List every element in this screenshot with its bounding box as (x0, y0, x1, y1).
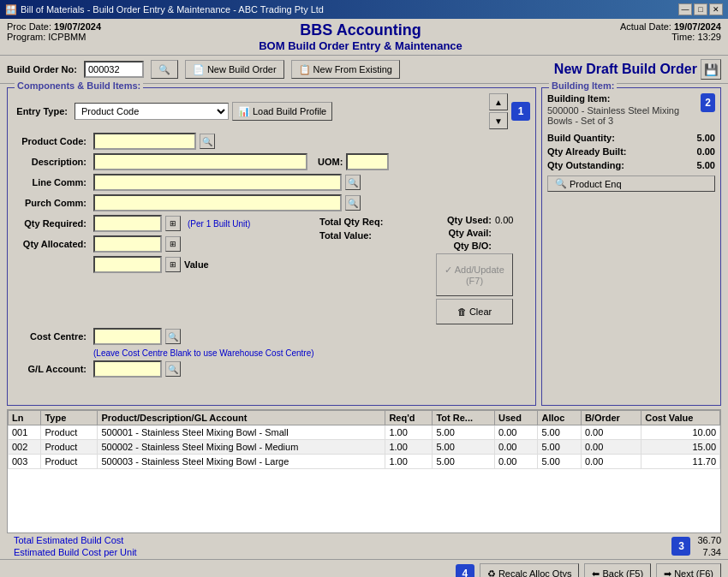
search-icon: 🔍 (348, 178, 358, 187)
up-down-controls[interactable]: ▲ ▼ (489, 93, 508, 129)
draft-title-text: New Draft Build Order (554, 62, 697, 77)
checkmark-icon: ✓ (445, 265, 452, 275)
save-btn[interactable]: 💾 (701, 59, 721, 80)
cell-costvalue: 11.70 (641, 455, 720, 469)
maximize-btn[interactable]: □ (694, 3, 707, 15)
purch-comm-input[interactable] (93, 194, 342, 211)
table-row[interactable]: 001 Product 500001 - Stainless Steel Mix… (9, 425, 720, 440)
next-icon: ➡ (664, 568, 671, 578)
qty-used-label: Qty Used: (436, 215, 492, 225)
table-area: Ln Type Product/Description/GL Account R… (7, 409, 721, 533)
total-value-label: Total Value: (319, 230, 372, 241)
purch-comm-row: Purch Comm: 🔍 (13, 194, 530, 211)
cost-centre-row: Cost Centre: 🔍 (13, 328, 530, 345)
search-icon: 🔍 (168, 332, 178, 342)
cost-centre-label: Cost Centre: (13, 331, 90, 342)
next-btn[interactable]: ➡ Next (F6) (656, 563, 721, 577)
col-reqd: Req'd (385, 411, 433, 425)
qty-avail-label: Qty Avail: (436, 228, 492, 238)
value-input[interactable] (93, 256, 162, 273)
add-update-btn[interactable]: ✓ Add/Update (F7) (436, 253, 513, 296)
product-code-row: Product Code: 🔍 (13, 133, 530, 150)
build-order-no-input[interactable] (84, 61, 144, 78)
qty-required-input[interactable] (93, 215, 162, 232)
line-comm-search-btn[interactable]: 🔍 (345, 175, 361, 190)
gl-account-search-btn[interactable]: 🔍 (165, 361, 181, 377)
right-panel: Building Item: Building Item: 500000 - S… (541, 87, 721, 406)
value-calc-btn[interactable]: ⊞ (165, 257, 181, 272)
time-label: Time: (671, 32, 695, 42)
table-row[interactable]: 003 Product 500003 - Stainless Steel Mix… (9, 455, 720, 469)
search-build-order-btn[interactable]: 🔍 (151, 60, 178, 79)
line-comm-row: Line Comm: 🔍 (13, 174, 530, 191)
qty-outstanding-row: Qty Outstanding: 5.00 (547, 160, 715, 170)
back-btn[interactable]: ⬅ Back (F5) (584, 563, 651, 577)
cell-border: 0.00 (581, 455, 641, 469)
profile-icon: 📊 (238, 106, 250, 117)
cost-centre-search-btn[interactable]: 🔍 (165, 329, 181, 344)
uom-label: UOM: (318, 157, 343, 167)
line-comm-label: Line Comm: (13, 177, 90, 187)
gl-account-input[interactable] (93, 360, 162, 378)
date-time-info: Actual Date: 19/07/2024 Time: 13:29 (620, 21, 721, 52)
cell-reqd: 1.00 (385, 425, 433, 440)
cell-type: Product (41, 455, 98, 469)
table-row[interactable]: 002 Product 500002 - Stainless Steel Mix… (9, 440, 720, 455)
minimize-btn[interactable]: — (678, 3, 692, 15)
annotation-1: 1 (511, 102, 530, 121)
product-code-search-btn[interactable]: 🔍 (200, 134, 215, 149)
build-order-no-label: Build Order No: (7, 64, 77, 74)
clear-btn[interactable]: 🗑 Clear (436, 299, 513, 324)
qty-outstanding-label: Qty Outstanding: (547, 160, 624, 170)
description-input[interactable] (93, 153, 307, 170)
app-icon: 🪟 (5, 4, 17, 15)
cost-centre-note: (Leave Cost Centre Blank to use Warehous… (93, 348, 530, 358)
col-border: B/Order (581, 411, 641, 425)
qty-allocated-label: Qty Allocated: (13, 239, 90, 249)
search-icon: 🔍 (555, 178, 567, 189)
product-code-input[interactable] (93, 133, 196, 150)
qty-already-built-value: 0.00 (697, 146, 715, 157)
cell-costvalue: 15.00 (641, 440, 720, 455)
app-subtitle: BOM Build Order Entry & Maintenance (259, 39, 462, 52)
qty-outstanding-value: 5.00 (697, 160, 715, 170)
left-panel: Components & Build Items: Entry Type: Pr… (7, 87, 536, 406)
proc-date-label: Proc Date: (7, 21, 51, 32)
load-profile-btn[interactable]: 📊 Load Build Profile (232, 102, 332, 121)
qty-allocated-calc-btn[interactable]: ⊞ (165, 236, 181, 252)
cell-ln: 001 (9, 425, 41, 440)
cell-type: Product (41, 425, 98, 440)
down-btn[interactable]: ▼ (489, 112, 508, 129)
annotation-4: 4 (456, 564, 474, 577)
build-quantity-label: Build Quantity: (547, 133, 615, 143)
title-bar-controls[interactable]: — □ ✕ (678, 3, 723, 15)
purch-comm-search-btn[interactable]: 🔍 (345, 195, 361, 211)
entry-type-select[interactable]: Product Code (75, 103, 229, 120)
close-btn[interactable]: ✕ (709, 3, 723, 15)
search-icon: 🔍 (158, 64, 170, 75)
cost-centre-input[interactable] (93, 328, 162, 345)
total-build-cost-value: 36.70 (697, 535, 721, 545)
uom-input[interactable] (346, 153, 389, 170)
qty-allocated-input[interactable] (93, 235, 162, 253)
product-enq-btn[interactable]: 🔍 Product Enq (547, 175, 715, 192)
table-header-row: Ln Type Product/Description/GL Account R… (9, 411, 720, 425)
cell-totre: 5.00 (433, 440, 495, 455)
new-build-order-btn[interactable]: 📄 New Build Order (185, 60, 284, 79)
program-label: Program: (7, 32, 45, 42)
cell-ln: 002 (9, 440, 41, 455)
recalc-btn[interactable]: ♻ Recalc Alloc Qtys (480, 563, 580, 577)
qty-already-built-label: Qty Already Built: (547, 146, 627, 157)
cell-product: 500001 - Stainless Steel Mixing Bowl - S… (98, 425, 385, 440)
up-btn[interactable]: ▲ (489, 93, 508, 110)
qty-bo-row: Qty B/O: (436, 241, 530, 251)
title-bar-title: 🪟 Bill of Materials - Build Order Entry … (5, 4, 324, 15)
new-from-existing-btn[interactable]: 📋 New From Existing (291, 60, 400, 79)
proc-info: Proc Date: 19/07/2024 Program: ICPBMM (7, 21, 101, 52)
col-product: Product/Description/GL Account (98, 411, 385, 425)
qty-required-calc-btn[interactable]: ⊞ (165, 216, 181, 231)
cell-alloc: 5.00 (538, 455, 581, 469)
copy-icon: 📋 (299, 64, 311, 75)
line-comm-input[interactable] (93, 174, 342, 191)
program: ICPBMM (48, 32, 86, 42)
